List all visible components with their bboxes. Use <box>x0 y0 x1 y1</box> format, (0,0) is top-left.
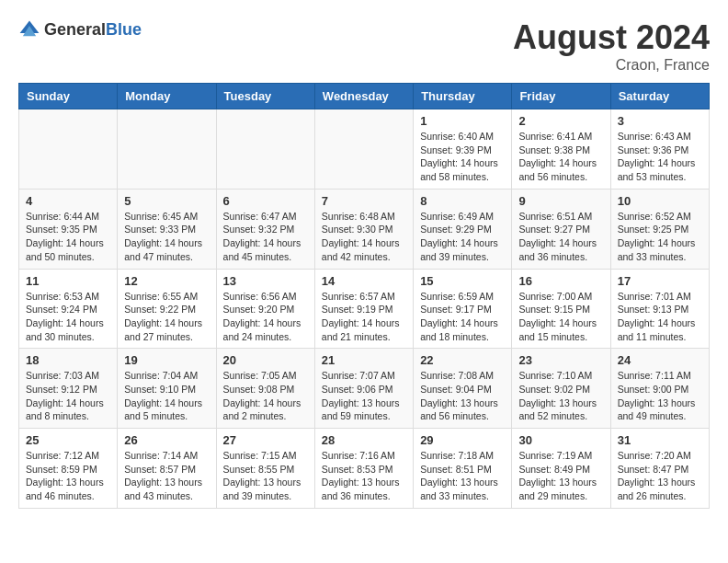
day-number: 11 <box>26 274 110 288</box>
day-info: Sunrise: 7:14 AMSunset: 8:57 PMDaylight:… <box>124 449 209 503</box>
day-info: Sunrise: 7:01 AMSunset: 9:13 PMDaylight:… <box>618 290 702 344</box>
day-number: 22 <box>420 353 505 367</box>
calendar-cell: 9Sunrise: 6:51 AMSunset: 9:27 PMDaylight… <box>512 189 610 269</box>
weekday-header-wednesday: Wednesday <box>314 84 413 109</box>
calendar-cell: 23Sunrise: 7:10 AMSunset: 9:02 PMDayligh… <box>512 349 610 429</box>
calendar-cell: 3Sunrise: 6:43 AMSunset: 9:36 PMDaylight… <box>610 109 709 190</box>
calendar-cell <box>216 109 314 190</box>
calendar-table: SundayMondayTuesdayWednesdayThursdayFrid… <box>18 83 710 509</box>
calendar-cell: 8Sunrise: 6:49 AMSunset: 9:29 PMDaylight… <box>414 189 512 269</box>
day-number: 14 <box>322 274 406 288</box>
title-block: August 2024 Craon, France <box>513 18 710 74</box>
day-number: 20 <box>223 353 308 367</box>
day-info: Sunrise: 6:44 AMSunset: 9:35 PMDaylight:… <box>26 210 110 264</box>
weekday-header-tuesday: Tuesday <box>216 84 314 109</box>
day-info: Sunrise: 6:56 AMSunset: 9:20 PMDaylight:… <box>223 290 308 344</box>
calendar-week-row: 25Sunrise: 7:12 AMSunset: 8:59 PMDayligh… <box>19 429 710 509</box>
calendar-week-row: 18Sunrise: 7:03 AMSunset: 9:12 PMDayligh… <box>19 349 710 429</box>
day-number: 13 <box>223 274 308 288</box>
day-info: Sunrise: 7:12 AMSunset: 8:59 PMDaylight:… <box>26 449 110 503</box>
day-number: 5 <box>124 194 209 208</box>
day-info: Sunrise: 7:20 AMSunset: 8:47 PMDaylight:… <box>618 449 702 503</box>
calendar-cell: 20Sunrise: 7:05 AMSunset: 9:08 PMDayligh… <box>216 349 314 429</box>
calendar-cell: 30Sunrise: 7:19 AMSunset: 8:49 PMDayligh… <box>512 429 610 509</box>
day-info: Sunrise: 7:10 AMSunset: 9:02 PMDaylight:… <box>518 369 603 423</box>
logo-blue: Blue <box>106 20 142 39</box>
day-info: Sunrise: 6:52 AMSunset: 9:25 PMDaylight:… <box>618 210 702 264</box>
day-number: 26 <box>124 433 209 447</box>
day-number: 2 <box>518 114 603 128</box>
calendar-cell: 22Sunrise: 7:08 AMSunset: 9:04 PMDayligh… <box>414 349 512 429</box>
calendar-cell: 11Sunrise: 6:53 AMSunset: 9:24 PMDayligh… <box>19 269 118 349</box>
day-number: 6 <box>223 194 308 208</box>
weekday-header-saturday: Saturday <box>610 84 709 109</box>
day-info: Sunrise: 6:47 AMSunset: 9:32 PMDaylight:… <box>223 210 308 264</box>
calendar-cell: 27Sunrise: 7:15 AMSunset: 8:55 PMDayligh… <box>216 429 314 509</box>
day-info: Sunrise: 7:08 AMSunset: 9:04 PMDaylight:… <box>420 369 505 423</box>
day-info: Sunrise: 7:04 AMSunset: 9:10 PMDaylight:… <box>124 369 209 423</box>
day-number: 23 <box>518 353 603 367</box>
calendar-week-row: 1Sunrise: 6:40 AMSunset: 9:39 PMDaylight… <box>19 109 710 190</box>
calendar-cell: 18Sunrise: 7:03 AMSunset: 9:12 PMDayligh… <box>19 349 118 429</box>
calendar-cell: 7Sunrise: 6:48 AMSunset: 9:30 PMDaylight… <box>314 189 413 269</box>
weekday-header-sunday: Sunday <box>19 84 118 109</box>
calendar-cell: 10Sunrise: 6:52 AMSunset: 9:25 PMDayligh… <box>610 189 709 269</box>
calendar-cell: 31Sunrise: 7:20 AMSunset: 8:47 PMDayligh… <box>610 429 709 509</box>
weekday-header-monday: Monday <box>118 84 216 109</box>
calendar-cell: 5Sunrise: 6:45 AMSunset: 9:33 PMDaylight… <box>118 189 216 269</box>
day-info: Sunrise: 7:03 AMSunset: 9:12 PMDaylight:… <box>26 369 110 423</box>
day-number: 24 <box>618 353 702 367</box>
day-number: 10 <box>618 194 702 208</box>
calendar-cell: 1Sunrise: 6:40 AMSunset: 9:39 PMDaylight… <box>414 109 512 190</box>
day-info: Sunrise: 7:05 AMSunset: 9:08 PMDaylight:… <box>223 369 308 423</box>
day-number: 8 <box>420 194 505 208</box>
day-info: Sunrise: 6:40 AMSunset: 9:39 PMDaylight:… <box>420 130 505 184</box>
calendar-week-row: 4Sunrise: 6:44 AMSunset: 9:35 PMDaylight… <box>19 189 710 269</box>
day-info: Sunrise: 6:55 AMSunset: 9:22 PMDaylight:… <box>124 290 209 344</box>
day-info: Sunrise: 6:53 AMSunset: 9:24 PMDaylight:… <box>26 290 110 344</box>
logo-general: General <box>44 20 106 39</box>
weekday-header-thursday: Thursday <box>414 84 512 109</box>
day-number: 25 <box>26 433 110 447</box>
day-info: Sunrise: 6:49 AMSunset: 9:29 PMDaylight:… <box>420 210 505 264</box>
calendar-cell <box>314 109 413 190</box>
calendar-cell <box>118 109 216 190</box>
calendar-cell: 6Sunrise: 6:47 AMSunset: 9:32 PMDaylight… <box>216 189 314 269</box>
calendar-cell: 4Sunrise: 6:44 AMSunset: 9:35 PMDaylight… <box>19 189 118 269</box>
calendar-cell: 14Sunrise: 6:57 AMSunset: 9:19 PMDayligh… <box>314 269 413 349</box>
day-number: 15 <box>420 274 505 288</box>
day-info: Sunrise: 7:11 AMSunset: 9:00 PMDaylight:… <box>618 369 702 423</box>
day-info: Sunrise: 6:43 AMSunset: 9:36 PMDaylight:… <box>618 130 702 184</box>
day-number: 18 <box>26 353 110 367</box>
day-info: Sunrise: 7:18 AMSunset: 8:51 PMDaylight:… <box>420 449 505 503</box>
day-number: 21 <box>322 353 406 367</box>
logo: GeneralBlue <box>18 18 142 40</box>
weekday-header-friday: Friday <box>512 84 610 109</box>
day-number: 19 <box>124 353 209 367</box>
day-info: Sunrise: 7:16 AMSunset: 8:53 PMDaylight:… <box>322 449 406 503</box>
day-info: Sunrise: 6:59 AMSunset: 9:17 PMDaylight:… <box>420 290 505 344</box>
calendar-cell: 13Sunrise: 6:56 AMSunset: 9:20 PMDayligh… <box>216 269 314 349</box>
day-number: 4 <box>26 194 110 208</box>
day-info: Sunrise: 7:19 AMSunset: 8:49 PMDaylight:… <box>518 449 603 503</box>
day-info: Sunrise: 6:51 AMSunset: 9:27 PMDaylight:… <box>518 210 603 264</box>
calendar-cell: 28Sunrise: 7:16 AMSunset: 8:53 PMDayligh… <box>314 429 413 509</box>
day-number: 30 <box>518 433 603 447</box>
page-header: GeneralBlue August 2024 Craon, France <box>18 18 710 74</box>
day-number: 1 <box>420 114 505 128</box>
calendar-cell: 24Sunrise: 7:11 AMSunset: 9:00 PMDayligh… <box>610 349 709 429</box>
day-number: 17 <box>618 274 702 288</box>
day-number: 16 <box>518 274 603 288</box>
calendar-week-row: 11Sunrise: 6:53 AMSunset: 9:24 PMDayligh… <box>19 269 710 349</box>
calendar-cell: 17Sunrise: 7:01 AMSunset: 9:13 PMDayligh… <box>610 269 709 349</box>
calendar-cell: 2Sunrise: 6:41 AMSunset: 9:38 PMDaylight… <box>512 109 610 190</box>
month-year-title: August 2024 <box>513 18 710 57</box>
day-number: 29 <box>420 433 505 447</box>
calendar-cell: 19Sunrise: 7:04 AMSunset: 9:10 PMDayligh… <box>118 349 216 429</box>
calendar-header-row: SundayMondayTuesdayWednesdayThursdayFrid… <box>19 84 710 109</box>
day-number: 12 <box>124 274 209 288</box>
location-title: Craon, France <box>513 57 710 74</box>
calendar-cell: 15Sunrise: 6:59 AMSunset: 9:17 PMDayligh… <box>414 269 512 349</box>
day-number: 7 <box>322 194 406 208</box>
day-info: Sunrise: 6:45 AMSunset: 9:33 PMDaylight:… <box>124 210 209 264</box>
